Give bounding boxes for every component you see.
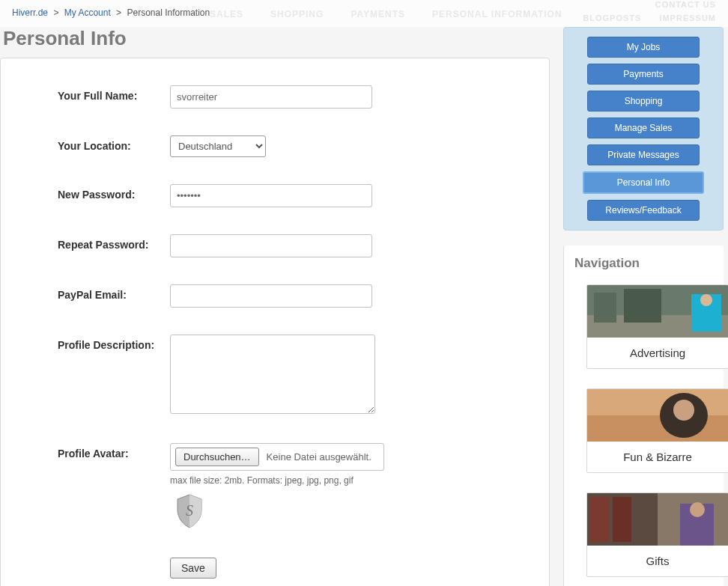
advertising-thumb: [587, 285, 728, 338]
full-name-label: Your Full Name:: [58, 85, 170, 102]
nav-item-impressum[interactable]: IMPRESSUM: [659, 13, 716, 22]
category-advertising[interactable]: Advertising: [586, 284, 728, 369]
profile-desc-textarea[interactable]: [170, 335, 375, 414]
category-label: Advertising: [587, 338, 728, 368]
svg-text:S: S: [186, 502, 193, 519]
svg-rect-13: [590, 497, 609, 542]
nav-item-contact[interactable]: CONTACT US: [655, 0, 716, 9]
new-password-input[interactable]: [170, 184, 372, 207]
svg-point-10: [673, 400, 694, 421]
svg-rect-3: [594, 293, 616, 323]
new-password-label: New Password:: [58, 184, 170, 201]
full-name-input[interactable]: [170, 85, 372, 109]
avatar-label: Profile Avatar:: [58, 443, 170, 460]
breadcrumb-sep: >: [116, 7, 121, 18]
breadcrumb-account[interactable]: My Account: [64, 7, 111, 18]
avatar-preview: S: [170, 492, 209, 531]
top-nav-right-2: BLOGPOSTS IMPRESSUM: [583, 13, 716, 22]
nav-item-shopping[interactable]: SHOPPING: [270, 9, 324, 19]
top-nav-center: SALES SHOPPING PAYMENTS PERSONAL INFORMA…: [210, 9, 562, 19]
quicknav-my-jobs[interactable]: My Jobs: [587, 37, 700, 58]
svg-point-16: [690, 502, 705, 517]
repeat-password-input[interactable]: [170, 234, 372, 257]
file-status: Keine Datei ausgewählt.: [267, 451, 371, 463]
fun-bizarre-thumb: [587, 389, 728, 442]
top-nav-bar: SALES SHOPPING PAYMENTS PERSONAL INFORMA…: [0, 0, 728, 27]
svg-point-6: [700, 294, 712, 306]
top-nav-right-1: CONTACT US: [655, 0, 716, 9]
location-label: Your Location:: [58, 135, 170, 152]
navigation-panel: Navigation Advertising: [563, 245, 724, 586]
nav-item-blogposts[interactable]: BLOGPOSTS: [583, 13, 641, 22]
breadcrumb-current: Personal Information: [127, 7, 210, 18]
location-select[interactable]: Deutschland: [170, 135, 266, 157]
nav-item-sales[interactable]: SALES: [210, 9, 243, 19]
category-fun-bizarre[interactable]: Fun & Bizarre: [586, 388, 728, 473]
quicknav-payments[interactable]: Payments: [587, 64, 700, 85]
file-hint: max file size: 2mb. Formats: jpeg, jpg, …: [170, 475, 522, 486]
svg-rect-4: [624, 289, 661, 323]
account-quicknav: My Jobs Payments Shopping Manage Sales P…: [563, 27, 724, 231]
breadcrumb-home[interactable]: Hiverr.de: [12, 7, 48, 18]
repeat-password-label: Repeat Password:: [58, 234, 170, 251]
category-label: Fun & Bizarre: [587, 442, 728, 472]
paypal-label: PayPal Email:: [58, 284, 170, 301]
gifts-thumb: [587, 493, 728, 546]
shield-icon: S: [170, 492, 209, 531]
paypal-input[interactable]: [170, 284, 372, 308]
profile-desc-label: Profile Description:: [58, 335, 170, 351]
browse-button[interactable]: Durchsuchen…: [175, 448, 259, 466]
quicknav-personal-info[interactable]: Personal Info: [583, 171, 704, 194]
quicknav-private-messages[interactable]: Private Messages: [587, 144, 700, 165]
nav-item-payments[interactable]: PAYMENTS: [351, 9, 405, 19]
navigation-title: Navigation: [574, 256, 718, 271]
quicknav-shopping[interactable]: Shopping: [587, 91, 700, 112]
breadcrumb-sep: >: [53, 7, 58, 18]
save-button[interactable]: Save: [170, 558, 216, 579]
personal-info-form: Your Full Name: Your Location: Deutschla…: [0, 58, 550, 586]
svg-rect-14: [613, 497, 631, 542]
category-gifts[interactable]: Gifts: [586, 492, 728, 577]
nav-item-personal-info[interactable]: PERSONAL INFORMATION: [432, 9, 562, 19]
page-title: Personal Info: [3, 27, 550, 50]
quicknav-reviews[interactable]: Reviews/Feedback: [587, 200, 700, 221]
category-label: Gifts: [587, 546, 728, 576]
avatar-file-field[interactable]: Durchsuchen… Keine Datei ausgewählt.: [170, 443, 384, 471]
quicknav-manage-sales[interactable]: Manage Sales: [587, 117, 700, 138]
